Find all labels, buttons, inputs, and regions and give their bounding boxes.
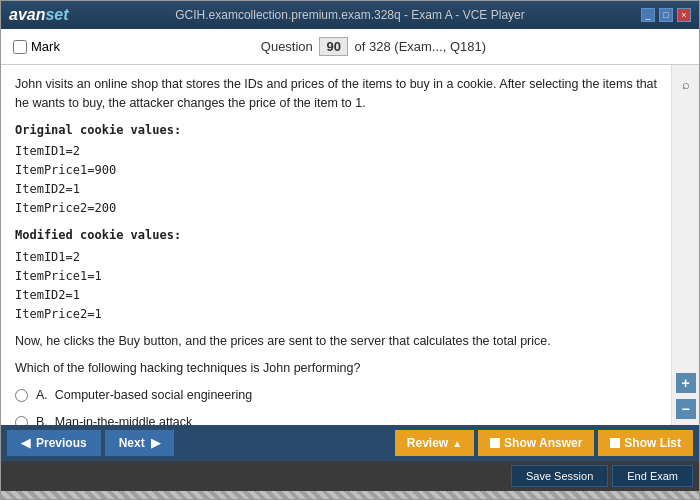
question-of: of 328 (Exam..., Q181) [355, 39, 487, 54]
mod-val-3: ItemPrice2=1 [15, 305, 657, 324]
question-number-area: Question 90 of 328 (Exam..., Q181) [60, 37, 687, 56]
end-exam-button[interactable]: End Exam [612, 465, 693, 487]
orig-val-2: ItemID2=1 [15, 180, 657, 199]
original-header: Original cookie values: [15, 121, 657, 140]
mod-val-0: ItemID1=2 [15, 248, 657, 267]
prev-arrow-icon: ◀ [21, 436, 30, 450]
side-toolbar: ⌕ + − [671, 65, 699, 425]
logo-part1: avan [9, 6, 45, 23]
original-cookie-block: Original cookie values: ItemID1=2 ItemPr… [15, 121, 657, 219]
stripe-decoration [1, 491, 699, 499]
prev-button[interactable]: ◀ Previous [7, 430, 101, 456]
radio-b[interactable] [15, 416, 28, 426]
followup-text: Now, he clicks the Buy button, and the p… [15, 332, 657, 351]
orig-val-0: ItemID1=2 [15, 142, 657, 161]
bottom-toolbar: ◀ Previous Next ▶ Review ▲ Show Answer S… [1, 425, 699, 461]
radio-a[interactable] [15, 389, 28, 402]
next-button[interactable]: Next ▶ [105, 430, 174, 456]
zoom-in-button[interactable]: + [676, 373, 696, 393]
review-label: Review [407, 436, 448, 450]
maximize-button[interactable]: □ [659, 8, 673, 22]
close-button[interactable]: × [677, 8, 691, 22]
content-area: John visits an online shop that stores t… [1, 65, 699, 425]
mod-val-1: ItemPrice1=1 [15, 267, 657, 286]
choice-b: B. Man-in-the-middle attack [15, 413, 657, 425]
window-controls: _ □ × [641, 8, 691, 22]
show-list-icon [610, 438, 620, 448]
mark-label: Mark [31, 39, 60, 54]
question-label: Question [261, 39, 313, 54]
very-bottom-bar: Save Session End Exam [1, 461, 699, 491]
mod-val-2: ItemID2=1 [15, 286, 657, 305]
review-arrow-icon: ▲ [452, 438, 462, 449]
orig-val-1: ItemPrice1=900 [15, 161, 657, 180]
save-session-button[interactable]: Save Session [511, 465, 608, 487]
question-number: 90 [319, 37, 347, 56]
modified-header: Modified cookie values: [15, 226, 657, 245]
choice-b-label: B. Man-in-the-middle attack [36, 413, 192, 425]
window-title: GCIH.examcollection.premium.exam.328q - … [175, 8, 524, 22]
logo-part2: set [45, 6, 68, 23]
title-bar: avanset GCIH.examcollection.premium.exam… [1, 1, 699, 29]
app-window: avanset GCIH.examcollection.premium.exam… [0, 0, 700, 500]
zoom-out-button[interactable]: − [676, 399, 696, 419]
show-list-button[interactable]: Show List [598, 430, 693, 456]
search-icon[interactable]: ⌕ [677, 75, 695, 93]
mark-area: Mark [13, 39, 60, 54]
mark-checkbox[interactable] [13, 40, 27, 54]
next-label: Next [119, 436, 145, 450]
choices-list: A. Computer-based social engineering B. … [15, 386, 657, 425]
choice-a: A. Computer-based social engineering [15, 386, 657, 405]
minimize-button[interactable]: _ [641, 8, 655, 22]
choice-a-label: A. Computer-based social engineering [36, 386, 252, 405]
prev-label: Previous [36, 436, 87, 450]
question-prompt: Which of the following hacking technique… [15, 359, 657, 378]
show-answer-button[interactable]: Show Answer [478, 430, 594, 456]
next-arrow-icon: ▶ [151, 436, 160, 450]
modified-cookie-block: Modified cookie values: ItemID1=2 ItemPr… [15, 226, 657, 324]
app-logo: avanset [9, 6, 69, 24]
question-header: Mark Question 90 of 328 (Exam..., Q181) [1, 29, 699, 65]
review-button[interactable]: Review ▲ [395, 430, 474, 456]
show-answer-icon [490, 438, 500, 448]
question-content: John visits an online shop that stores t… [1, 65, 671, 425]
show-list-label: Show List [624, 436, 681, 450]
orig-val-3: ItemPrice2=200 [15, 199, 657, 218]
show-answer-label: Show Answer [504, 436, 582, 450]
question-body: John visits an online shop that stores t… [15, 75, 657, 113]
